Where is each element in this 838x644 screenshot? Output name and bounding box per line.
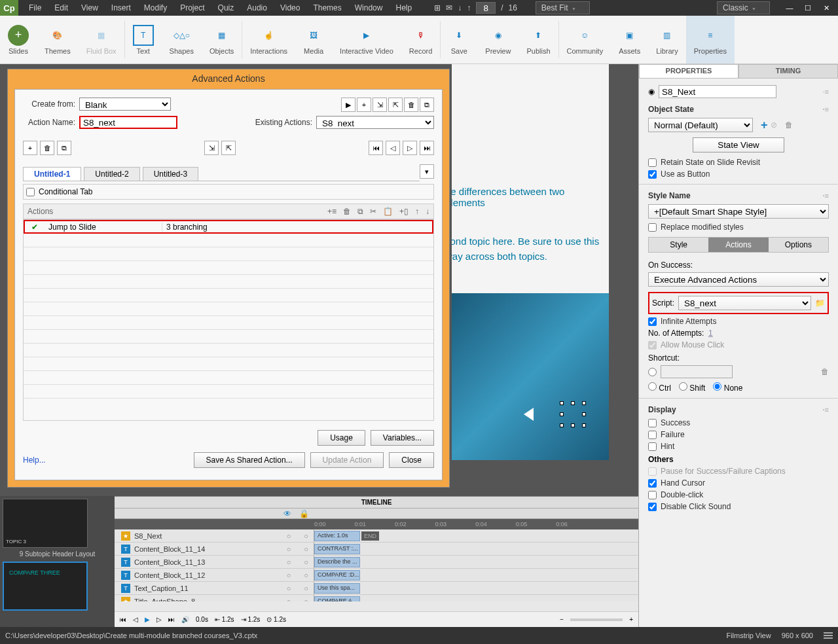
on-success-select[interactable]: Execute Advanced Actions: [648, 272, 829, 287]
tool-preview[interactable]: ◉Preview: [477, 16, 519, 63]
insert-row-icon[interactable]: +▯: [399, 207, 409, 216]
import-action-icon[interactable]: ⇲: [373, 98, 387, 112]
state-view-button[interactable]: State View: [693, 137, 784, 152]
properties-tab[interactable]: PROPERTIES: [639, 64, 738, 79]
replace-styles-checkbox[interactable]: [648, 223, 657, 232]
next-icon[interactable]: ▷: [403, 141, 417, 155]
maximize-button[interactable]: ☐: [799, 1, 817, 15]
timeline-clip[interactable]: Active: 1.0s: [314, 531, 360, 541]
copy-row-icon[interactable]: ⧉: [357, 207, 363, 216]
decision-tab-1[interactable]: Untitled-1: [23, 167, 81, 181]
menu-project[interactable]: Project: [173, 1, 211, 15]
tool-shapes[interactable]: ◇△○Shapes: [162, 16, 202, 63]
help-link[interactable]: Help...: [23, 456, 46, 465]
lock-icon[interactable]: 🔒: [299, 509, 309, 518]
panel-menu-icon[interactable]: ∙≡: [823, 88, 829, 96]
tl-zoom-out-icon[interactable]: −: [560, 616, 564, 623]
menu-edit[interactable]: Edit: [48, 1, 75, 15]
state-select[interactable]: Normal (Default): [648, 118, 753, 132]
delete-tab-icon[interactable]: 🗑: [40, 141, 54, 155]
tool-interactions[interactable]: ☝Interactions: [242, 16, 295, 63]
cc-icon[interactable]: ⊞: [434, 3, 441, 12]
tool-library[interactable]: ▥Library: [648, 16, 686, 63]
timeline-row[interactable]: TContent_Block_11_12○○COMPARE :D...: [115, 569, 638, 582]
style-tab[interactable]: Style: [649, 238, 708, 252]
timeline-clip[interactable]: CONTRAST :...: [314, 544, 360, 554]
visibility-icon[interactable]: ◉: [648, 87, 655, 96]
variables-button[interactable]: Variables...: [371, 430, 434, 446]
timeline-row[interactable]: TContent_Block_11_14○○CONTRAST :...: [115, 543, 638, 556]
shift-radio[interactable]: [679, 382, 687, 391]
tabs-menu-icon[interactable]: ▾: [420, 164, 434, 179]
paste-group-icon[interactable]: ⇱: [221, 141, 236, 155]
cut-row-icon[interactable]: ✂: [370, 207, 376, 216]
ctrl-radio[interactable]: [648, 382, 657, 391]
action-name-input[interactable]: [79, 116, 177, 129]
tl-prev-icon[interactable]: ◁: [133, 616, 138, 623]
mail-icon[interactable]: ✉: [446, 3, 452, 12]
decision-tab-3[interactable]: Untitled-3: [143, 167, 198, 181]
timeline-clip[interactable]: Use this spa...: [314, 583, 360, 594]
display-menu-icon[interactable]: ∙≡: [823, 406, 829, 414]
add-tab-icon[interactable]: +: [23, 141, 37, 155]
use-as-button-checkbox[interactable]: [648, 170, 657, 179]
tool-objects[interactable]: ▦Objects: [202, 16, 242, 63]
prev-arrow-icon[interactable]: [524, 408, 534, 421]
none-radio[interactable]: [713, 382, 721, 391]
tool-record[interactable]: 🎙Record: [401, 16, 440, 63]
style-menu-icon[interactable]: ∙≡: [823, 192, 829, 200]
script-select[interactable]: S8_next: [678, 296, 811, 310]
close-button[interactable]: ✕: [817, 1, 835, 15]
add-row-icon[interactable]: +≡: [327, 207, 337, 216]
timing-tab[interactable]: TIMING: [738, 64, 838, 79]
retain-state-checkbox[interactable]: [648, 158, 657, 167]
usage-button[interactable]: Usage: [318, 430, 365, 446]
menu-window[interactable]: Window: [348, 1, 390, 15]
tool-assets[interactable]: ▣Assets: [611, 16, 648, 63]
move-down-icon[interactable]: ↓: [426, 207, 429, 216]
tool-properties[interactable]: ≡Properties: [686, 16, 735, 63]
copy-group-icon[interactable]: ⇲: [204, 141, 219, 155]
last-icon[interactable]: ⏭: [420, 141, 434, 155]
add-action-icon[interactable]: +: [357, 98, 371, 112]
down-icon[interactable]: ↓: [458, 3, 462, 12]
object-name-input[interactable]: [659, 85, 776, 98]
tool-community[interactable]: ☺Community: [559, 16, 611, 63]
timeline-row[interactable]: ★Title_AutoShape_8○○COMPARE A: [115, 595, 638, 601]
infinite-attempts-checkbox[interactable]: [648, 317, 657, 326]
failure-checkbox[interactable]: [648, 431, 657, 439]
up-icon[interactable]: ↑: [467, 3, 471, 12]
menu-quiz[interactable]: Quiz: [211, 1, 241, 15]
timeline-clip[interactable]: COMPARE :D...: [314, 570, 360, 581]
timeline-row[interactable]: ★S8_Next○○Active: 1.0sEND: [115, 529, 638, 543]
selection-handles[interactable]: [560, 401, 586, 427]
tl-next-icon[interactable]: ▷: [156, 616, 162, 623]
zoom-selector[interactable]: Best Fit ▼: [536, 1, 590, 14]
action-target-cell[interactable]: 3 branching: [162, 223, 241, 232]
delete-action-icon[interactable]: 🗑: [404, 98, 418, 112]
style-select[interactable]: +[Default Smart Shape Style]: [648, 204, 829, 219]
hand-cursor-checkbox[interactable]: [648, 479, 657, 488]
tl-last-icon[interactable]: ⏭: [168, 616, 175, 623]
menu-help[interactable]: Help: [389, 1, 418, 15]
menu-view[interactable]: View: [75, 1, 105, 15]
view-mode[interactable]: Filmstrip View: [726, 632, 771, 639]
duplicate-tab-icon[interactable]: ⧉: [57, 141, 71, 155]
action-type-cell[interactable]: Jump to Slide: [45, 223, 162, 232]
workspace-selector[interactable]: Classic ▼: [717, 1, 770, 14]
success-checkbox[interactable]: [648, 419, 657, 427]
export-action-icon[interactable]: ⇱: [388, 98, 403, 112]
tool-interactive-video[interactable]: ▶Interactive Video: [332, 16, 401, 63]
duplicate-action-icon[interactable]: ⧉: [420, 98, 434, 112]
prev-icon[interactable]: ◁: [386, 141, 400, 155]
minimize-button[interactable]: —: [780, 1, 799, 15]
menu-audio[interactable]: Audio: [240, 1, 274, 15]
add-state-icon[interactable]: +: [761, 118, 768, 132]
save-shared-button[interactable]: Save As Shared Action...: [194, 452, 305, 468]
slide-thumb-1[interactable]: TOPIC 3: [3, 499, 88, 548]
first-icon[interactable]: ⏮: [369, 141, 383, 155]
double-click-checkbox[interactable]: [648, 491, 657, 499]
clear-shortcut-icon[interactable]: 🗑: [821, 367, 829, 376]
shortcut-key-input[interactable]: [661, 365, 733, 378]
create-from-select[interactable]: Blank: [79, 98, 171, 111]
